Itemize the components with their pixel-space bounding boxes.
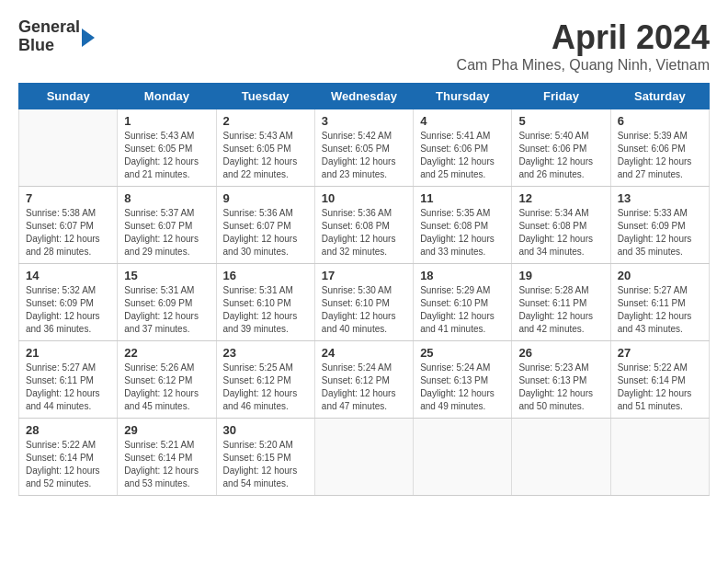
day-info: Sunrise: 5:32 AM Sunset: 6:09 PM Dayligh… xyxy=(26,284,110,336)
calendar-day xyxy=(610,419,709,496)
day-info: Sunrise: 5:33 AM Sunset: 6:09 PM Dayligh… xyxy=(618,207,702,259)
calendar-day: 23Sunrise: 5:25 AM Sunset: 6:12 PM Dayli… xyxy=(216,341,314,419)
calendar-day: 26Sunrise: 5:23 AM Sunset: 6:13 PM Dayli… xyxy=(512,341,610,419)
day-number: 12 xyxy=(518,191,603,205)
day-number: 8 xyxy=(124,191,209,205)
calendar-day: 25Sunrise: 5:24 AM Sunset: 6:13 PM Dayli… xyxy=(414,341,512,419)
day-number: 30 xyxy=(223,423,308,437)
day-info: Sunrise: 5:21 AM Sunset: 6:14 PM Dayligh… xyxy=(124,439,209,490)
day-info: Sunrise: 5:31 AM Sunset: 6:10 PM Dayligh… xyxy=(223,284,308,336)
day-number: 27 xyxy=(618,346,702,360)
day-number: 16 xyxy=(223,269,308,282)
day-info: Sunrise: 5:43 AM Sunset: 6:05 PM Dayligh… xyxy=(223,130,308,181)
logo-arrow-icon xyxy=(82,29,95,47)
day-info: Sunrise: 5:22 AM Sunset: 6:14 PM Dayligh… xyxy=(618,362,702,413)
day-number: 21 xyxy=(26,346,110,360)
calendar-day: 19Sunrise: 5:28 AM Sunset: 6:11 PM Dayli… xyxy=(512,264,610,341)
calendar-day: 28Sunrise: 5:22 AM Sunset: 6:14 PM Dayli… xyxy=(19,419,118,496)
day-info: Sunrise: 5:24 AM Sunset: 6:13 PM Dayligh… xyxy=(420,362,505,413)
calendar-day: 17Sunrise: 5:30 AM Sunset: 6:10 PM Dayli… xyxy=(314,264,413,341)
weekday-header: Saturday xyxy=(610,84,709,109)
day-number: 19 xyxy=(518,269,603,282)
day-number: 11 xyxy=(420,191,505,205)
weekday-header: Sunday xyxy=(19,84,118,109)
week-row: 14Sunrise: 5:32 AM Sunset: 6:09 PM Dayli… xyxy=(19,264,710,341)
calendar-day: 2Sunrise: 5:43 AM Sunset: 6:05 PM Daylig… xyxy=(216,109,314,187)
weekday-header: Monday xyxy=(118,84,216,109)
day-info: Sunrise: 5:40 AM Sunset: 6:06 PM Dayligh… xyxy=(518,130,603,181)
calendar-day: 7Sunrise: 5:38 AM Sunset: 6:07 PM Daylig… xyxy=(19,187,118,264)
calendar-day: 9Sunrise: 5:36 AM Sunset: 6:07 PM Daylig… xyxy=(216,187,314,264)
logo-line2: Blue xyxy=(18,37,80,55)
day-number: 5 xyxy=(518,114,603,128)
day-info: Sunrise: 5:24 AM Sunset: 6:12 PM Dayligh… xyxy=(322,362,406,413)
calendar-day: 11Sunrise: 5:35 AM Sunset: 6:08 PM Dayli… xyxy=(414,187,512,264)
calendar-day: 21Sunrise: 5:27 AM Sunset: 6:11 PM Dayli… xyxy=(19,341,118,419)
calendar-day: 1Sunrise: 5:43 AM Sunset: 6:05 PM Daylig… xyxy=(118,109,216,187)
day-info: Sunrise: 5:26 AM Sunset: 6:12 PM Dayligh… xyxy=(124,362,209,413)
day-number: 13 xyxy=(618,191,702,205)
day-number: 28 xyxy=(26,423,110,437)
calendar-day: 5Sunrise: 5:40 AM Sunset: 6:06 PM Daylig… xyxy=(512,109,610,187)
calendar-day: 6Sunrise: 5:39 AM Sunset: 6:06 PM Daylig… xyxy=(610,109,709,187)
day-number: 10 xyxy=(322,191,406,205)
day-info: Sunrise: 5:36 AM Sunset: 6:08 PM Dayligh… xyxy=(322,207,406,259)
day-number: 24 xyxy=(322,346,406,360)
calendar-day: 13Sunrise: 5:33 AM Sunset: 6:09 PM Dayli… xyxy=(610,187,709,264)
calendar-day: 12Sunrise: 5:34 AM Sunset: 6:08 PM Dayli… xyxy=(512,187,610,264)
day-number: 1 xyxy=(124,114,209,128)
day-number: 22 xyxy=(124,346,209,360)
day-info: Sunrise: 5:39 AM Sunset: 6:06 PM Dayligh… xyxy=(618,130,702,181)
day-info: Sunrise: 5:42 AM Sunset: 6:05 PM Dayligh… xyxy=(322,130,406,181)
day-info: Sunrise: 5:43 AM Sunset: 6:05 PM Dayligh… xyxy=(124,130,209,181)
day-number: 25 xyxy=(420,346,505,360)
day-info: Sunrise: 5:22 AM Sunset: 6:14 PM Dayligh… xyxy=(26,439,110,490)
page-header: General Blue April 2024 Cam Pha Mines, Q… xyxy=(18,18,710,74)
day-number: 15 xyxy=(124,269,209,282)
day-info: Sunrise: 5:23 AM Sunset: 6:13 PM Dayligh… xyxy=(518,362,603,413)
calendar-day: 16Sunrise: 5:31 AM Sunset: 6:10 PM Dayli… xyxy=(216,264,314,341)
week-row: 28Sunrise: 5:22 AM Sunset: 6:14 PM Dayli… xyxy=(19,419,710,496)
weekday-header: Friday xyxy=(512,84,610,109)
calendar-day: 27Sunrise: 5:22 AM Sunset: 6:14 PM Dayli… xyxy=(610,341,709,419)
calendar-day xyxy=(19,109,118,187)
calendar-day: 20Sunrise: 5:27 AM Sunset: 6:11 PM Dayli… xyxy=(610,264,709,341)
day-info: Sunrise: 5:31 AM Sunset: 6:09 PM Dayligh… xyxy=(124,284,209,336)
day-info: Sunrise: 5:27 AM Sunset: 6:11 PM Dayligh… xyxy=(26,362,110,413)
logo: General Blue xyxy=(18,18,95,55)
logo-line1: General xyxy=(18,18,80,37)
day-info: Sunrise: 5:36 AM Sunset: 6:07 PM Dayligh… xyxy=(223,207,308,259)
calendar-title: April 2024 xyxy=(457,18,710,57)
calendar-day: 8Sunrise: 5:37 AM Sunset: 6:07 PM Daylig… xyxy=(118,187,216,264)
calendar-day: 3Sunrise: 5:42 AM Sunset: 6:05 PM Daylig… xyxy=(314,109,413,187)
calendar-day: 22Sunrise: 5:26 AM Sunset: 6:12 PM Dayli… xyxy=(118,341,216,419)
day-info: Sunrise: 5:30 AM Sunset: 6:10 PM Dayligh… xyxy=(322,284,406,336)
calendar-day: 29Sunrise: 5:21 AM Sunset: 6:14 PM Dayli… xyxy=(118,419,216,496)
day-number: 18 xyxy=(420,269,505,282)
day-info: Sunrise: 5:35 AM Sunset: 6:08 PM Dayligh… xyxy=(420,207,505,259)
day-number: 17 xyxy=(322,269,406,282)
calendar-day: 4Sunrise: 5:41 AM Sunset: 6:06 PM Daylig… xyxy=(414,109,512,187)
day-info: Sunrise: 5:29 AM Sunset: 6:10 PM Dayligh… xyxy=(420,284,505,336)
week-row: 7Sunrise: 5:38 AM Sunset: 6:07 PM Daylig… xyxy=(19,187,710,264)
day-number: 26 xyxy=(518,346,603,360)
day-number: 4 xyxy=(420,114,505,128)
calendar-day: 30Sunrise: 5:20 AM Sunset: 6:15 PM Dayli… xyxy=(216,419,314,496)
day-info: Sunrise: 5:25 AM Sunset: 6:12 PM Dayligh… xyxy=(223,362,308,413)
day-info: Sunrise: 5:20 AM Sunset: 6:15 PM Dayligh… xyxy=(223,439,308,490)
day-number: 29 xyxy=(124,423,209,437)
day-number: 14 xyxy=(26,269,110,282)
logo-text: General Blue xyxy=(18,18,80,55)
week-row: 1Sunrise: 5:43 AM Sunset: 6:05 PM Daylig… xyxy=(19,109,710,187)
title-section: April 2024 Cam Pha Mines, Quang Ninh, Vi… xyxy=(457,18,710,74)
day-number: 9 xyxy=(223,191,308,205)
calendar-header-row: SundayMondayTuesdayWednesdayThursdayFrid… xyxy=(19,84,710,109)
day-info: Sunrise: 5:27 AM Sunset: 6:11 PM Dayligh… xyxy=(618,284,702,336)
calendar-subtitle: Cam Pha Mines, Quang Ninh, Vietnam xyxy=(457,57,710,74)
calendar-day xyxy=(512,419,610,496)
calendar-day xyxy=(314,419,413,496)
weekday-header: Tuesday xyxy=(216,84,314,109)
calendar-table: SundayMondayTuesdayWednesdayThursdayFrid… xyxy=(18,83,710,496)
week-row: 21Sunrise: 5:27 AM Sunset: 6:11 PM Dayli… xyxy=(19,341,710,419)
day-number: 2 xyxy=(223,114,308,128)
